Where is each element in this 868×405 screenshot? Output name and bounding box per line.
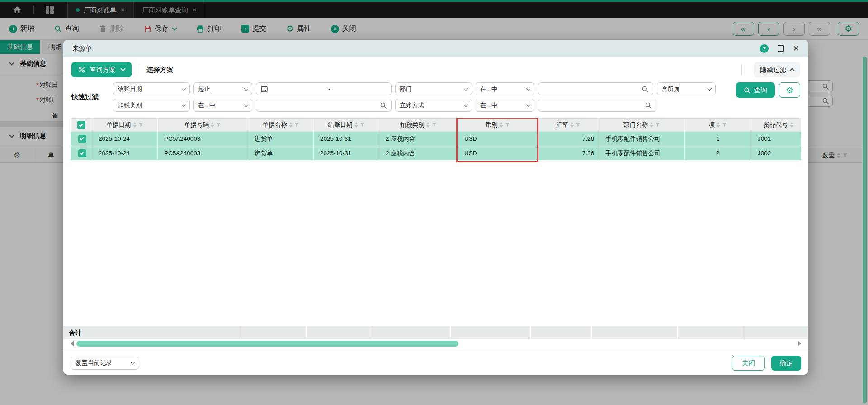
sort-icon[interactable] [650,122,653,128]
help-icon[interactable] [760,44,769,53]
row-checkbox[interactable] [78,135,86,143]
scrollbar-thumb[interactable] [76,341,458,347]
cell-department: 手机零配件销售公司 [599,132,685,146]
cell-exchange-rate: 7.26 [538,132,599,146]
filter-icon[interactable] [360,122,365,128]
filter-field-select[interactable]: 结账日期 [113,82,190,95]
divider [741,64,742,75]
cell-doc-date: 2025-10-24 [92,132,158,146]
chevron-down-icon [464,102,468,107]
table-row[interactable]: 2025-10-24 PC5A240003 进货单 2025-10-31 2.应… [71,132,801,146]
sort-icon[interactable] [426,122,430,128]
cell-doc-number: PC5A240003 [158,132,248,146]
search-label: 查询 [754,86,767,95]
search-icon[interactable] [380,102,387,109]
cell-goods-code: J001 [751,132,801,146]
cell-goods-code: J002 [751,146,801,160]
dialog-title: 来源单 [72,44,92,53]
scroll-left-arrow[interactable] [71,341,74,346]
divider [372,326,451,339]
cell-exchange-rate: 7.26 [538,146,599,160]
total-label: 合计 [63,329,151,337]
search-icon[interactable] [642,86,649,93]
date-range-input[interactable]: - [256,82,392,95]
table-row[interactable]: 2025-10-24 PC5A240003 进货单 2025-10-31 2.应… [71,146,801,161]
row-checkbox[interactable] [78,149,86,157]
chevron-down-icon [526,86,531,91]
filter-icon[interactable] [722,122,727,128]
column-header[interactable]: 单据日期 [107,121,131,129]
cell-currency: USD [458,132,538,146]
source-document-dialog: 来源单 查询方案 选择方案 隐藏过滤 快速过滤 结账日期 起止 [63,40,808,375]
sort-icon[interactable] [790,122,793,128]
sort-icon[interactable] [717,122,720,128]
filter-operator-select[interactable]: 在...中 [193,99,252,112]
sort-icon[interactable] [133,122,137,128]
filter-value-input[interactable] [256,99,392,112]
total-row: 合计 [63,326,808,339]
sort-icon[interactable] [500,122,503,128]
filter-field-select[interactable]: 部门 [395,82,472,95]
filter-icon[interactable] [294,122,299,128]
apply-mode-select[interactable]: 覆盖当前记录 [71,357,139,370]
filter-icon[interactable] [216,122,221,128]
scope-select[interactable]: 含所属 [657,82,716,95]
filter-icon[interactable] [505,122,510,128]
filter-icon[interactable] [655,122,660,128]
sort-icon[interactable] [570,122,574,128]
divider [451,326,531,339]
column-header[interactable]: 单据号码 [184,121,209,129]
filter-icon[interactable] [576,122,580,128]
cell-close-date: 2025-10-31 [314,146,379,160]
chevron-down-icon [464,86,468,91]
filter-icon[interactable] [138,122,143,128]
grid-settings-button[interactable] [779,82,800,98]
cell-department: 手机零配件销售公司 [599,146,685,160]
cell-currency: USD [458,146,538,160]
chevron-down-icon [526,102,531,107]
column-header[interactable]: 单据名称 [263,121,287,129]
sort-icon[interactable] [289,122,292,128]
filter-value-input[interactable] [538,82,653,95]
divider [151,326,241,339]
maximize-icon[interactable] [778,45,784,52]
search-button[interactable]: 查询 [736,82,775,98]
filter-field-select[interactable]: 立账方式 [395,99,472,112]
hide-filter-button[interactable]: 隐藏过滤 [754,62,800,77]
filter-operator-select[interactable]: 起止 [193,82,252,95]
close-icon[interactable] [793,45,799,52]
query-scheme-button[interactable]: 查询方案 [71,62,132,77]
select-all-checkbox[interactable] [77,121,85,129]
sort-icon[interactable] [211,122,214,128]
choose-scheme-link[interactable]: 选择方案 [146,66,174,74]
column-header[interactable]: 部门名称 [623,121,648,129]
cell-doc-date: 2025-10-24 [92,146,158,160]
cell-doc-name: 进货单 [248,146,314,160]
chevron-down-icon [708,86,712,91]
column-header[interactable]: 项 [709,121,715,129]
filter-operator-select[interactable]: 在...中 [476,82,534,95]
column-header[interactable]: 汇率 [556,121,568,129]
column-header[interactable]: 扣税类别 [400,121,425,129]
scroll-right-arrow[interactable] [798,341,801,346]
horizontal-scrollbar [71,340,801,347]
cell-tax-type: 2.应税内含 [379,146,458,160]
filter-field-select[interactable]: 扣税类别 [113,99,190,112]
gear-icon [786,86,793,95]
column-header[interactable]: 结账日期 [328,121,353,129]
chevron-down-icon [244,86,249,91]
confirm-button[interactable]: 确定 [771,356,801,371]
cancel-button[interactable]: 关闭 [732,356,765,371]
filter-icon[interactable] [432,122,437,128]
filter-operator-select[interactable]: 在...中 [476,99,534,112]
column-header[interactable]: 币别 [486,121,498,129]
cell-item-no: 1 [685,132,751,146]
dialog-header[interactable]: 来源单 [63,40,808,57]
sort-icon[interactable] [354,122,358,128]
column-header[interactable]: 货品代号 [764,121,788,129]
calendar-icon[interactable] [260,85,268,93]
scrollbar-track[interactable] [75,341,796,347]
search-icon[interactable] [645,102,652,109]
hide-filter-label: 隐藏过滤 [760,66,786,74]
filter-value-input[interactable] [538,99,656,112]
